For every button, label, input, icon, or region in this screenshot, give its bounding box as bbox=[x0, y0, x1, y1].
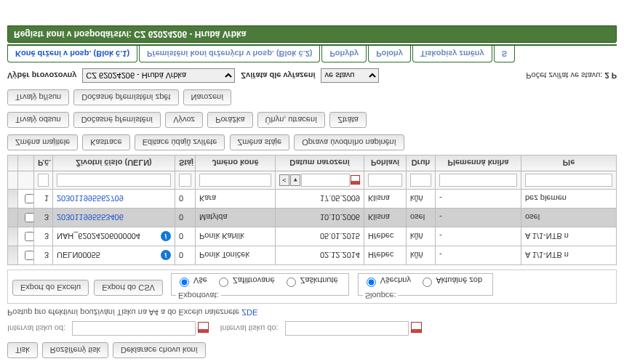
loss-button[interactable]: Ztráta bbox=[329, 112, 367, 128]
cell-pc: 3 bbox=[34, 227, 53, 246]
change-stable-button[interactable]: Změna stáje bbox=[230, 134, 290, 150]
tab-block2[interactable]: Přemístění koní držených v hosp. (Blok č… bbox=[139, 46, 320, 62]
help-text: Postup pro efektivní používání Tisku na … bbox=[7, 308, 241, 317]
filter-jmeno[interactable] bbox=[199, 174, 271, 187]
tab-positions[interactable]: Polohy bbox=[368, 46, 411, 62]
tab-block1[interactable]: Koně držení v hosp. (Blok č.1) bbox=[7, 46, 137, 62]
export-button[interactable]: Vývoz bbox=[165, 112, 203, 128]
export-opt-filtered[interactable]: Zafiltrované bbox=[215, 276, 275, 285]
calendar-icon[interactable] bbox=[198, 322, 209, 333]
table-row[interactable]: 1 203011995562709 0 Kara 17.05.2009 Klis… bbox=[8, 190, 617, 209]
info-icon[interactable]: i bbox=[161, 251, 171, 261]
permanent-removal-button[interactable]: Trvalý odsun bbox=[7, 112, 69, 128]
col-kniha[interactable]: Plemenná kniha bbox=[436, 155, 521, 171]
export-opt-checked[interactable]: Zaškrtnuté bbox=[283, 276, 338, 285]
cell-staj: 0 bbox=[175, 190, 196, 209]
temp-move-back-button[interactable]: Dočasné přemístění zpět bbox=[73, 89, 178, 105]
filter-staj[interactable] bbox=[179, 174, 191, 187]
interval-from-label: Interval tisku od: bbox=[7, 324, 65, 333]
facility-select[interactable]: CZ 62024206 - Hrubá Vrbka bbox=[82, 68, 235, 83]
date-dropdown-icon[interactable]: ▾ bbox=[290, 174, 300, 186]
filter-pc[interactable] bbox=[38, 174, 49, 187]
death-button[interactable]: Úhyn, utracení bbox=[257, 112, 326, 128]
header-row: P.č. Životní číslo (UELN) Stáj Jméno kon… bbox=[8, 155, 617, 171]
ueln-link[interactable]: 203011995562709 bbox=[57, 195, 124, 203]
export-scope-group: Exportovat: Vše Zafiltrované Zaškrtnuté bbox=[171, 273, 349, 300]
calendar-icon[interactable] bbox=[411, 322, 422, 333]
table-row[interactable]: 3 NAH_62024206000004i 0 Poník Kahlík 05.… bbox=[8, 227, 617, 246]
info-icon[interactable]: i bbox=[161, 232, 171, 242]
col-druh[interactable]: Druh bbox=[407, 155, 436, 171]
declaration-button[interactable]: Deklarace chovu koní bbox=[113, 342, 206, 358]
extended-print-button[interactable]: Rozšířený tisk bbox=[42, 342, 108, 358]
table-row[interactable]: 3 UELN00055i 0 Poník Toníček 02.12.2014 … bbox=[8, 246, 617, 265]
filter-druh[interactable] bbox=[410, 174, 431, 187]
cell-ple: bez plemen bbox=[521, 190, 617, 209]
export-csv-button[interactable]: Export do CSV bbox=[94, 280, 163, 296]
cell-pohlavi: Hřebec bbox=[364, 246, 407, 265]
page-title-bar: Registr koní v hospodářství: CZ 62024206… bbox=[7, 25, 617, 43]
date-lt-icon[interactable]: < bbox=[279, 174, 289, 186]
permanent-arrival-button[interactable]: Trvalý přísun bbox=[7, 89, 69, 105]
tab-more[interactable]: S bbox=[494, 46, 515, 62]
interval-to-input[interactable] bbox=[285, 321, 409, 336]
cell-druh: kůň bbox=[407, 246, 436, 265]
cols-opt-current[interactable]: Aktuálně zob bbox=[419, 276, 482, 285]
fix-initial-button[interactable]: Oprava úvodního naplnění bbox=[294, 134, 404, 150]
castration-button[interactable]: Kastrace bbox=[82, 134, 129, 150]
cell-druh: kůň bbox=[407, 190, 436, 209]
status-select[interactable]: ve stavu bbox=[321, 68, 379, 83]
change-owner-button[interactable]: Změna majitele bbox=[7, 134, 78, 150]
col-staj[interactable]: Stáj bbox=[175, 155, 196, 171]
row-checkbox[interactable] bbox=[25, 213, 34, 222]
birth-button[interactable]: Narození bbox=[183, 89, 232, 105]
row-checkbox[interactable] bbox=[25, 232, 34, 241]
col-jmeno[interactable]: Jméno koně bbox=[196, 155, 276, 171]
cell-ple: osel bbox=[521, 209, 617, 227]
col-pohlavi[interactable]: Pohlaví bbox=[364, 155, 407, 171]
ueln-text: UELN00055 bbox=[57, 251, 100, 260]
row-checkbox[interactable] bbox=[25, 251, 34, 260]
cell-jmeno: Poník Kahlík bbox=[196, 227, 276, 246]
cols-opt-all[interactable]: Všechny bbox=[363, 276, 411, 285]
table-row[interactable]: 3 203011995553406 0 Matylda 10.10.2006 K… bbox=[8, 209, 617, 227]
cell-datum: 05.01.2015 bbox=[276, 227, 364, 246]
cell-datum: 17.05.2009 bbox=[276, 190, 364, 209]
col-pc[interactable]: P.č. bbox=[34, 155, 53, 171]
cell-kniha: - bbox=[436, 246, 521, 265]
row-handle bbox=[8, 190, 18, 209]
filter-ueln[interactable] bbox=[57, 174, 171, 187]
interval-from-input[interactable] bbox=[72, 321, 196, 336]
filter-ple[interactable] bbox=[525, 174, 612, 187]
status-select-label: Zvířata dle vyřazení bbox=[241, 71, 315, 80]
cell-jmeno: Matylda bbox=[196, 209, 276, 227]
ueln-link[interactable]: 203011995553406 bbox=[57, 214, 124, 222]
filter-pohlavi[interactable] bbox=[368, 174, 402, 187]
cell-staj: 0 bbox=[175, 209, 196, 227]
row-handle bbox=[8, 209, 18, 227]
export-scope-legend: Exportovat: bbox=[176, 291, 221, 300]
export-opt-all[interactable]: Vše bbox=[176, 276, 207, 285]
filter-datum[interactable] bbox=[301, 174, 350, 187]
filter-kniha[interactable] bbox=[439, 174, 517, 187]
cell-jmeno: Poník Toníček bbox=[196, 246, 276, 265]
export-excel-button[interactable]: Export do Excelu bbox=[12, 280, 89, 296]
col-ple[interactable]: Ple bbox=[521, 155, 617, 171]
cell-ple: A 1/1-NTB n bbox=[521, 227, 617, 246]
row-checkbox[interactable] bbox=[25, 194, 34, 203]
tab-forms[interactable]: Tiskopisy změny bbox=[412, 46, 492, 62]
col-ueln[interactable]: Životní číslo (UELN) bbox=[53, 155, 175, 171]
cell-pohlavi: Klisna bbox=[364, 190, 407, 209]
row-handle bbox=[8, 171, 18, 190]
print-button[interactable]: Tisk bbox=[7, 342, 38, 358]
calendar-icon[interactable] bbox=[351, 176, 360, 185]
col-datum[interactable]: Datum narození bbox=[276, 155, 364, 171]
cell-pohlavi: Klisna bbox=[364, 209, 407, 227]
edit-animal-button[interactable]: Editace údajů zvířete bbox=[135, 134, 225, 150]
tab-movements[interactable]: Pohyby bbox=[321, 46, 367, 62]
cell-kniha: - bbox=[436, 190, 521, 209]
temp-move-button[interactable]: Dočasné přemístění bbox=[73, 112, 161, 128]
cell-ueln: 203011995553406 bbox=[53, 209, 175, 227]
slaughter-button[interactable]: Porážka bbox=[207, 112, 252, 128]
help-link[interactable]: ZDE bbox=[241, 308, 257, 317]
